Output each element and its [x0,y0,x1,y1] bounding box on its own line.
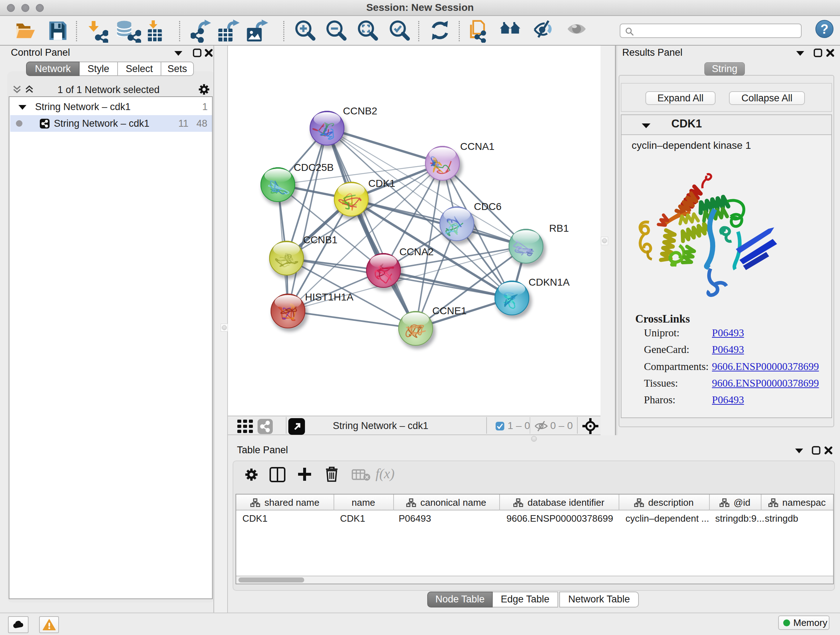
svg-text:CCNB2: CCNB2 [343,105,377,117]
svg-text:CCNB1: CCNB1 [303,234,338,245]
svg-text:CCNA1: CCNA1 [460,141,494,152]
svg-text:CDC6: CDC6 [474,201,501,212]
svg-text:CDC25B: CDC25B [294,162,333,173]
svg-text:CDK1: CDK1 [368,178,395,189]
svg-text:CCNA2: CCNA2 [399,246,434,257]
svg-text:RB1: RB1 [549,223,569,234]
svg-text:HIST1H1A: HIST1H1A [305,291,354,302]
svg-text:CDKN1A: CDKN1A [529,277,570,288]
svg-text:CCNE1: CCNE1 [432,305,467,317]
